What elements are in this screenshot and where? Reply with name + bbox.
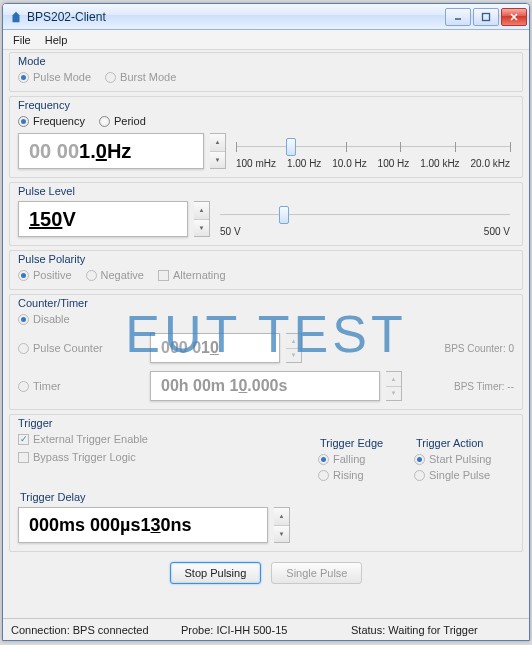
frequency-slider[interactable]: 100 mHz 1.00 Hz 10.0 Hz 100 Hz 1.00 kHz … [232,134,514,169]
group-polarity: Pulse Polarity Positive Negative Alterna… [9,250,523,290]
group-counter: Counter/Timer Disable Pulse Counter 000 … [9,294,523,410]
legend-trigger-edge: Trigger Edge [320,437,408,449]
legend-polarity: Pulse Polarity [18,253,514,265]
check-ext-trigger[interactable]: External Trigger Enable [18,433,312,445]
legend-pulse-level: Pulse Level [18,185,514,197]
legend-mode: Mode [18,55,514,67]
radio-single-pulse[interactable]: Single Pulse [414,469,514,481]
radio-period[interactable]: Period [99,115,146,127]
menubar: File Help [3,30,529,50]
radio-pulse-mode[interactable]: Pulse Mode [18,71,91,83]
menu-help[interactable]: Help [39,32,74,48]
svg-rect-1 [483,13,490,20]
frequency-value[interactable]: 00 001.0 Hz [18,133,204,169]
legend-trigger: Trigger [18,417,514,429]
legend-trigger-action: Trigger Action [416,437,514,449]
pulse-level-slider[interactable]: 50 V500 V [216,202,514,237]
close-button[interactable] [501,8,527,26]
legend-frequency: Frequency [18,99,514,111]
window-title: BPS202-Client [27,10,445,24]
status-probe: Probe: ICI-HH 500-15 [181,624,351,636]
radio-start-pulsing[interactable]: Start Pulsing [414,453,514,465]
timer-spinner[interactable]: ▲▼ [386,371,402,401]
group-pulse-level: Pulse Level 150 V ▲▼ 50 V500 V [9,182,523,246]
radio-negative[interactable]: Negative [86,269,144,281]
radio-positive[interactable]: Positive [18,269,72,281]
radio-frequency[interactable]: Frequency [18,115,85,127]
radio-timer[interactable]: Timer [18,380,108,392]
group-mode: Mode Pulse Mode Burst Mode [9,52,523,92]
single-pulse-button[interactable]: Single Pulse [271,562,362,584]
radio-falling[interactable]: Falling [318,453,408,465]
trigger-delay-spinner[interactable]: ▲▼ [274,507,290,543]
pulse-level-value[interactable]: 150 V [18,201,188,237]
stop-pulsing-button[interactable]: Stop Pulsing [170,562,262,584]
pulse-counter-spinner[interactable]: ▲▼ [286,333,302,363]
legend-counter: Counter/Timer [18,297,514,309]
menu-file[interactable]: File [7,32,37,48]
timer-value[interactable]: 00h 00m 10.000s [150,371,380,401]
radio-pulse-counter[interactable]: Pulse Counter [18,342,108,354]
radio-rising[interactable]: Rising [318,469,408,481]
titlebar[interactable]: BPS202-Client [3,4,529,30]
check-alternating[interactable]: Alternating [158,269,226,281]
pulse-counter-status: BPS Counter: 0 [445,343,514,354]
status-value: Status: Waiting for Trigger [351,624,521,636]
trigger-delay-value[interactable]: 000ms 000µs 130ns [18,507,268,543]
radio-disable[interactable]: Disable [18,313,514,325]
pulse-level-spinner[interactable]: ▲▼ [194,201,210,237]
radio-burst-mode[interactable]: Burst Mode [105,71,176,83]
statusbar: Connection: BPS connected Probe: ICI-HH … [3,618,529,640]
legend-trigger-delay: Trigger Delay [20,491,514,503]
frequency-spinner[interactable]: ▲▼ [210,133,226,169]
maximize-button[interactable] [473,8,499,26]
status-connection: Connection: BPS connected [11,624,181,636]
check-bypass[interactable]: Bypass Trigger Logic [18,451,312,463]
group-frequency: Frequency Frequency Period 00 001.0 Hz ▲… [9,96,523,178]
app-icon [9,10,23,24]
button-row: Stop Pulsing Single Pulse [9,556,523,592]
pulse-counter-value[interactable]: 000 010 [150,333,280,363]
minimize-button[interactable] [445,8,471,26]
timer-status: BPS Timer: -- [454,381,514,392]
group-trigger: Trigger External Trigger Enable Bypass T… [9,414,523,552]
